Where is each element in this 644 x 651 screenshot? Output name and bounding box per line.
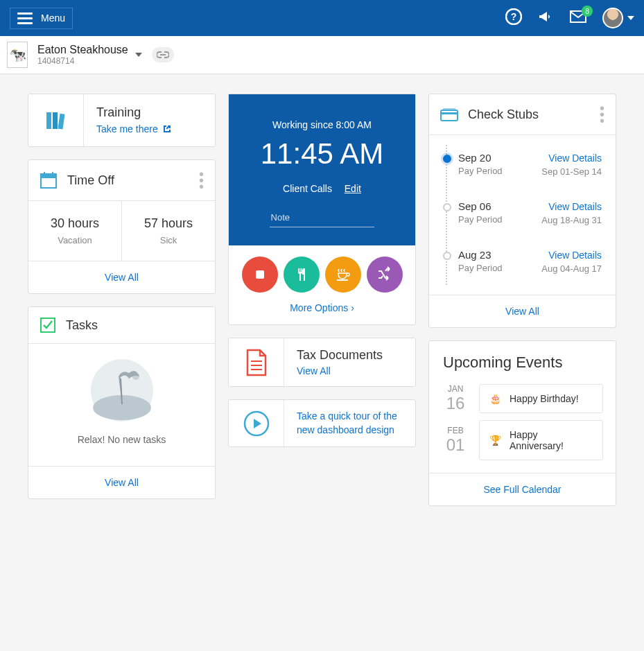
external-link-icon: [162, 124, 172, 134]
trophy-icon: 🏆: [489, 435, 501, 446]
checkbox-icon: [40, 317, 56, 333]
more-menu-button[interactable]: •••: [199, 170, 204, 191]
tour-link: Take a quick tour of the new dashboard d…: [297, 410, 403, 437]
svg-rect-14: [256, 270, 264, 279]
svg-rect-21: [441, 112, 458, 114]
tasks-card: Tasks Relax! No new tasks View All: [28, 306, 216, 499]
training-title: Training: [96, 105, 202, 120]
note-input[interactable]: [270, 208, 375, 227]
birthday-cake-icon: 🎂: [489, 393, 501, 404]
tasks-view-all[interactable]: View All: [105, 477, 139, 488]
timeoff-balance-vacation: 30 hours Vacation: [28, 201, 122, 261]
events-title: Upcoming Events: [429, 341, 616, 384]
check-stub-row: Sep 06 Pay Period View Details Aug 18-Au…: [449, 191, 602, 239]
training-card: Training Take me there: [28, 94, 216, 147]
event-item[interactable]: 🎂 Happy Birthday!: [479, 384, 603, 413]
menu-label: Menu: [41, 12, 65, 24]
see-full-calendar[interactable]: See Full Calendar: [483, 484, 561, 495]
tax-docs-title: Tax Documents: [297, 348, 403, 363]
timeoff-balance-sick: 57 hours Sick: [122, 201, 215, 261]
link-icon[interactable]: [152, 47, 174, 62]
user-menu[interactable]: [602, 8, 634, 28]
notification-badge: 8: [582, 6, 593, 17]
event-row: FEB 01 🏆 Happy Anniversary!: [442, 420, 603, 460]
svg-rect-7: [44, 172, 45, 175]
hamburger-icon: [17, 12, 33, 24]
beach-icon: [87, 359, 157, 422]
more-options-link[interactable]: More Options ›: [229, 297, 415, 324]
timeoff-title: Time Off: [67, 173, 189, 188]
svg-rect-4: [58, 113, 64, 129]
svg-rect-15: [337, 279, 348, 281]
chevron-down-icon: [627, 16, 634, 20]
view-details-link[interactable]: View Details: [548, 153, 602, 164]
menu-button[interactable]: Menu: [10, 8, 73, 29]
timeoff-card: Time Off ••• 30 hours Vacation 57 hours …: [28, 159, 216, 294]
svg-text:?: ?: [511, 11, 517, 22]
more-menu-button[interactable]: •••: [600, 104, 604, 125]
check-stubs-card: Check Stubs ••• Sep 20 Pay Period View D…: [428, 94, 616, 328]
tax-docs-view-all[interactable]: View All: [297, 365, 403, 376]
coffee-break-button[interactable]: [325, 257, 361, 293]
view-details-link[interactable]: View Details: [548, 201, 602, 212]
view-details-link[interactable]: View Details: [548, 250, 602, 261]
megaphone-icon[interactable]: [537, 8, 554, 28]
stop-button[interactable]: [242, 257, 278, 293]
svg-rect-6: [41, 174, 56, 178]
document-icon: [245, 349, 268, 376]
edit-task-link[interactable]: Edit: [345, 183, 361, 194]
timeclock-card: Working since 8:00 AM 11:45 AM Client Ca…: [228, 94, 416, 325]
company-id: 14048714: [37, 56, 128, 66]
company-logo: 🐄: [7, 42, 28, 68]
event-row: JAN 16 🎂 Happy Birthday!: [442, 384, 603, 413]
training-link[interactable]: Take me there: [96, 123, 172, 134]
tax-documents-card: Tax Documents View All: [228, 338, 416, 387]
svg-rect-2: [46, 112, 51, 129]
play-icon: [243, 410, 270, 437]
upcoming-events-card: Upcoming Events JAN 16 🎂 Happy Birthday!…: [428, 340, 616, 506]
calendar-icon: [40, 171, 58, 189]
check-stub-row: Aug 23 Pay Period View Details Aug 04-Au…: [449, 239, 602, 288]
event-item[interactable]: 🏆 Happy Anniversary!: [479, 420, 603, 460]
transfer-button[interactable]: [367, 257, 403, 293]
svg-rect-8: [52, 172, 53, 175]
svg-rect-3: [53, 112, 58, 129]
timeoff-view-all[interactable]: View All: [105, 272, 139, 283]
svg-rect-20: [441, 110, 458, 121]
working-since: Working since 8:00 AM: [247, 119, 397, 130]
current-time: 11:45 AM: [247, 137, 397, 171]
meal-break-button[interactable]: [284, 257, 320, 293]
check-stubs-view-all[interactable]: View All: [505, 306, 539, 317]
check-stub-row: Sep 20 Pay Period View Details Sep 01-Se…: [449, 142, 602, 191]
paycheck-icon: [440, 107, 458, 121]
chevron-right-icon: ›: [351, 302, 354, 313]
current-task: Client Calls: [283, 183, 332, 194]
help-icon[interactable]: ?: [505, 8, 522, 28]
company-selector[interactable]: Eaton Steakhouse 14048714: [37, 44, 142, 66]
check-stubs-title: Check Stubs: [468, 107, 590, 122]
chevron-down-icon: [135, 53, 142, 57]
tasks-empty-message: Relax! No new tasks: [35, 434, 208, 445]
mail-icon[interactable]: 8: [569, 10, 587, 26]
avatar: [602, 8, 623, 28]
tasks-title: Tasks: [66, 318, 204, 333]
training-icon: [44, 108, 69, 133]
svg-rect-22: [443, 108, 455, 110]
company-name: Eaton Steakhouse: [37, 44, 128, 56]
tour-card[interactable]: Take a quick tour of the new dashboard d…: [228, 399, 416, 447]
